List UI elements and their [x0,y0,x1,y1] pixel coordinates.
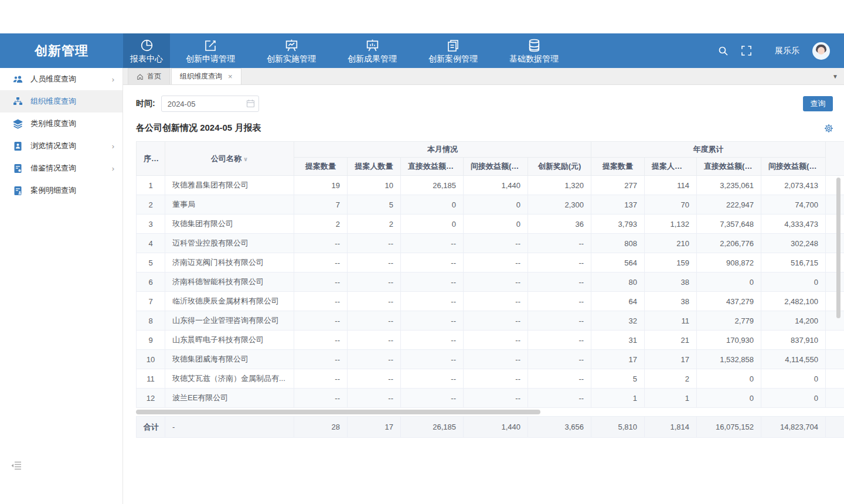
cell-company: 山东得一企业管理咨询有限公司 [165,311,294,331]
cell-year-value: 908,872 [697,253,761,273]
nav-item-innovation-apply[interactable]: 创新申请管理 [170,33,251,68]
nav-item-report-center[interactable]: 报表中心 [123,33,170,68]
cell-seq: 6 [137,273,165,292]
cell-year-value: 31 [591,331,645,350]
col-company: 公司名称∨ [165,142,294,176]
cell-year-value: 1,814 [645,417,697,438]
horizontal-scrollbar-thumb[interactable] [136,410,540,414]
cell-month-value: -- [294,292,348,311]
tab-list-chevron-down-icon[interactable]: ▼ [832,68,838,84]
cell-month-value: 2 [294,214,348,234]
presentation-line-icon [284,38,299,53]
cell-year-value: 16,075,152 [697,417,761,438]
cell-month-value: 19 [294,176,348,195]
calendar-icon [246,99,255,108]
cell-extra [826,417,844,438]
cell-extra [826,311,844,331]
cell-year-value: 564 [591,253,645,273]
cell-extra [826,350,844,369]
cell-seq: 7 [137,292,165,311]
cell-month-value: 2 [348,214,401,234]
cell-year-value: 222,947 [697,195,761,214]
cell-month-value: 7 [294,195,348,214]
avatar[interactable] [812,42,830,60]
nav-item-base-data[interactable]: 基础数据管理 [494,33,574,68]
cell-month-value: 3,656 [528,417,591,438]
cell-month-value: -- [348,253,401,273]
cell-month-value: 1,440 [464,417,528,438]
sidebar-item-person-dimension[interactable]: 人员维度查询 › [0,68,122,90]
close-icon[interactable]: × [228,72,233,81]
chevron-right-icon: › [112,164,114,173]
cell-month-value: -- [294,234,348,253]
nav-item-innovation-case[interactable]: 创新案例管理 [413,33,494,68]
cell-year-value: 1 [645,389,697,408]
search-icon[interactable] [718,46,729,56]
cell-seq: 1 [137,176,165,195]
tab-home[interactable]: 首页 [128,68,170,84]
cell-extra [826,331,844,350]
cell-year-value: 5 [591,369,645,389]
cell-month-value: -- [528,311,591,331]
cell-month-value: -- [348,292,401,311]
cell-month-value: 1,320 [528,176,591,195]
cell-year-value: 137 [591,195,645,214]
content: 首页 组织维度查询 × ▼ 时间: [123,68,844,504]
col-month-proposals: 提案数量 [294,158,348,176]
cell-company: 董事局 [165,195,294,214]
pie-chart-icon [139,38,154,53]
cell-company: 玫德艾瓦兹（济南）金属制品有... [165,369,294,389]
col-year-proposals: 提案数量 [591,158,645,176]
org-tree-icon [13,97,23,107]
sidebar: 人员维度查询 › 组织维度查询 类别维度查 [0,68,123,504]
nav-item-innovation-achievement[interactable]: 创新成果管理 [332,33,413,68]
cell-year-value: 210 [645,234,697,253]
sidebar-item-org-dimension[interactable]: 组织维度查询 [0,90,122,113]
cell-month-value: -- [528,292,591,311]
cell-seq: 2 [137,195,165,214]
filter-row: 时间: 查询 [136,96,844,112]
cell-month-value: -- [348,369,401,389]
database-icon [527,38,542,53]
cell-year-value: 64 [591,292,645,311]
cell-year-value: 74,700 [761,195,826,214]
time-input[interactable] [161,96,259,112]
sidebar-item-category-dimension[interactable]: 类别维度查询 [0,113,122,135]
sidebar-item-label: 类别维度查询 [30,118,76,129]
cell-month-value: -- [401,331,464,350]
sidebar-item-browse-status[interactable]: 浏览情况查询 › [0,135,122,157]
nav-item-innovation-implement[interactable]: 创新实施管理 [251,33,332,68]
cell-year-value: 0 [697,389,761,408]
cell-month-value: -- [348,311,401,331]
user-name[interactable]: 展乐乐 [775,46,799,56]
cell-year-value: 159 [645,253,697,273]
sort-chevron-down-icon[interactable]: ∨ [243,156,248,162]
tab-org-dimension[interactable]: 组织维度查询 × [171,68,241,84]
sidebar-item-reference-status[interactable]: 借鉴情况查询 › [0,157,122,179]
cell-month-value: -- [464,369,528,389]
vertical-scrollbar-thumb[interactable] [836,178,840,318]
chevron-right-icon: › [112,75,114,84]
fullscreen-icon[interactable] [741,46,751,56]
cell-month-value: -- [401,389,464,408]
cell-month-value: -- [401,311,464,331]
cell-year-value: 32 [591,311,645,331]
sidebar-item-case-detail[interactable]: 案例明细查询 [0,179,122,202]
cell-company: 济南迈克阀门科技有限公司 [165,253,294,273]
query-button[interactable]: 查询 [803,96,833,111]
cell-month-value: -- [401,253,464,273]
cell-month-value: -- [294,331,348,350]
table-header: 序号 公司名称∨ 本月情况 年度累计 提案数量 提案人数量 直接效益额(元) [137,142,844,176]
cell-month-value: -- [294,369,348,389]
app-title: 创新管理 [0,33,123,68]
cell-month-value: -- [464,331,528,350]
collapse-sidebar-icon[interactable] [11,461,22,470]
report-title: 各公司创新情况 2024-05 月报表 [136,122,261,134]
table-row: 3玫德集团有限公司2200363,7931,1327,357,6484,333,… [137,214,844,234]
report-table-total: 合计-281726,1851,4403,6565,8101,81416,075,… [136,416,844,438]
gear-icon[interactable] [824,124,833,133]
cell-company: 玫德集团有限公司 [165,214,294,234]
cell-year-value: 2,206,776 [697,234,761,253]
col-extra [826,142,844,176]
cell-month-value: -- [528,273,591,292]
